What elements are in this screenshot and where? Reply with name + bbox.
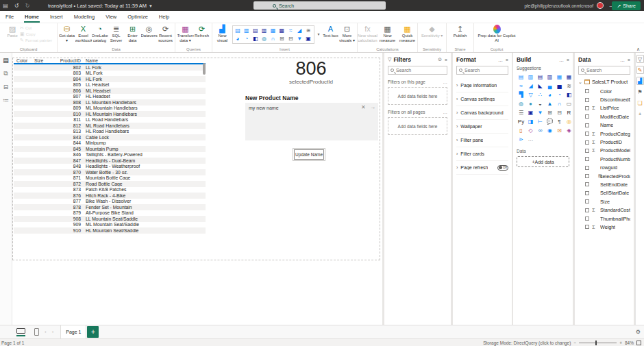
ribbon-button[interactable]: ◎ Dataverse — [141, 25, 158, 42]
report-canvas[interactable]: Color Size ProductID Name 802 LL Fork — [12, 53, 382, 325]
new-product-name-input[interactable]: my new name — [245, 103, 378, 140]
ribbon-button[interactable]: ≣ SQL Server — [108, 25, 125, 42]
visual-type-icon[interactable]: ▜ — [517, 91, 525, 99]
zoom-level[interactable]: 84% — [625, 341, 634, 345]
table-row[interactable]: 873 Patch Kit/8 Patches — [14, 187, 206, 193]
visual-gallery-icon[interactable]: ◧ — [251, 35, 260, 43]
titlebar-search-input[interactable]: Search — [253, 1, 386, 10]
field-checkbox[interactable] — [585, 182, 589, 186]
collapse-pane-icon[interactable]: » — [445, 58, 447, 62]
update-name-button[interactable]: Update Name — [294, 149, 324, 160]
visual-type-icon[interactable]: ⊞ — [545, 109, 554, 117]
table-row[interactable]: 802 LL Fork — [14, 64, 206, 71]
format-section-row[interactable]: › Wallpaper — [456, 120, 508, 134]
visual-type-icon[interactable]: ▄ — [545, 82, 554, 90]
field-checkbox[interactable] — [585, 132, 589, 136]
settings-gear-icon[interactable]: ⚙ — [636, 329, 641, 335]
table-row[interactable]: 843 Cable Lock — [14, 134, 206, 140]
column-header-productid[interactable]: ProductID — [51, 58, 81, 63]
table-row[interactable]: 847 Headlights - Dual-Beam — [14, 158, 206, 164]
collapse-pane-icon[interactable]: » — [628, 58, 630, 62]
account-email[interactable]: ple@philipplenzoutlook.onmicrosof — [524, 3, 593, 8]
zoom-slider[interactable] — [579, 343, 617, 343]
visual-type-icon[interactable]: ◈ — [565, 127, 573, 135]
visual-type-icon[interactable]: ● — [526, 100, 535, 108]
visual-type-icon[interactable]: ⊡ — [555, 127, 564, 135]
visual-type-icon[interactable]: ∴ — [536, 91, 545, 99]
column-header-name[interactable]: Name — [81, 58, 206, 63]
visual-type-icon[interactable]: ∞ — [536, 127, 545, 135]
visual-type-icon[interactable]: ▥ — [545, 73, 554, 82]
visual-type-icon[interactable]: ▣ — [526, 109, 535, 117]
visual-type-icon[interactable]: ◣ — [536, 82, 545, 90]
clipboard-small-button[interactable]: ✎ Format painter — [20, 38, 52, 43]
pane-rail-icon[interactable]: ▽ — [636, 55, 644, 63]
field-checkbox[interactable] — [585, 114, 589, 119]
zoom-out-button[interactable]: − — [573, 341, 576, 345]
field-checkbox[interactable] — [585, 174, 589, 178]
data-search[interactable] — [578, 66, 630, 75]
table-row[interactable]: 879 All-Purpose Bike Stand — [14, 210, 206, 217]
format-section-row[interactable]: › Filter cards — [456, 147, 508, 161]
view-rail-icon[interactable]: ⊟ — [1, 84, 11, 90]
table-row[interactable]: 810 HL Mountain Handlebars — [14, 111, 206, 117]
zoom-in-button[interactable]: + — [619, 341, 622, 345]
field-row[interactable]: Size — [578, 197, 630, 206]
more-options-icon[interactable]: … — [620, 58, 625, 62]
share-button[interactable]: ↗ Share — [612, 1, 641, 10]
visual-type-icon[interactable]: ◔ — [555, 91, 564, 99]
table-scrollbar[interactable] — [203, 63, 206, 75]
table-row[interactable]: 803 ML Fork — [14, 71, 206, 77]
sensitivity-button[interactable]: ◆ Sensitivity ▾ — [421, 25, 444, 42]
field-row[interactable]: Σ ProductModelID — [578, 147, 630, 155]
visual-type-icon[interactable]: ≈ — [517, 82, 525, 90]
field-checkbox[interactable] — [585, 217, 589, 221]
table-row[interactable]: 908 LL Mountain Seat/Saddle — [14, 216, 206, 222]
field-row[interactable]: Name — [578, 121, 630, 129]
visual-type-icon[interactable]: ◒ — [536, 100, 545, 108]
filters-search[interactable] — [388, 66, 447, 75]
field-checkbox[interactable] — [585, 166, 589, 170]
page-tab[interactable]: Page 1 — [60, 325, 86, 339]
table-row[interactable]: 812 ML Road Handlebars — [14, 123, 206, 129]
format-section-row[interactable]: › Page information — [456, 79, 508, 92]
field-row[interactable]: ProductNumber — [578, 155, 630, 163]
table-row[interactable]: 878 Fender Set - Mountain — [14, 204, 206, 210]
menu-item[interactable]: Modeling — [69, 11, 100, 23]
visual-gallery-icon[interactable]: ⊟ — [286, 35, 295, 43]
more-options-icon[interactable]: … — [443, 110, 448, 114]
table-row[interactable]: 871 Mountain Bottle Cage — [14, 175, 206, 182]
visual-type-icon[interactable]: ▤ — [517, 73, 525, 82]
fit-to-page-icon[interactable] — [636, 341, 641, 345]
table-row[interactable]: 877 Bike Wash - Dissolver — [14, 199, 206, 205]
visual-gallery-icon[interactable]: ▤ — [251, 27, 260, 35]
field-checkbox[interactable] — [585, 208, 589, 212]
visual-type-icon[interactable]: ◢ — [526, 82, 535, 90]
visual-gallery-icon[interactable]: ▥ — [242, 27, 251, 35]
visual-type-icon[interactable]: R — [565, 109, 573, 117]
previous-page-icon[interactable]: ‹ — [45, 329, 47, 335]
pane-rail-icon[interactable]: ✎ — [636, 66, 644, 74]
ribbon-button[interactable]: ⊡ More visuals ▾ — [339, 25, 356, 42]
save-icon[interactable]: ▤ — [0, 3, 11, 9]
menu-item[interactable]: Help — [153, 11, 175, 23]
field-checkbox[interactable] — [585, 98, 589, 102]
ribbon-button[interactable]: ⊞ Enter data — [125, 25, 141, 42]
visual-type-icon[interactable]: ▭ — [565, 100, 573, 108]
visual-type-icon[interactable]: ☰ — [517, 109, 525, 117]
eye-icon[interactable]: ⊙ — [438, 57, 442, 62]
format-section-row[interactable]: › Page refresh Off — [456, 161, 508, 175]
canvas-page[interactable]: Color Size ProductID Name 802 LL Fork — [12, 58, 380, 260]
more-options-icon[interactable]: … — [443, 79, 448, 84]
visual-type-icon[interactable]: ◇ — [526, 127, 535, 135]
visual-type-icon[interactable]: ▯ — [517, 127, 525, 135]
field-checkbox[interactable] — [585, 225, 589, 229]
visual-type-icon[interactable]: ◉ — [545, 127, 554, 135]
ribbon-button[interactable]: A Text box — [323, 25, 339, 42]
field-row[interactable]: Σ ProductID — [578, 138, 630, 146]
more-options-icon[interactable]: … — [498, 58, 503, 62]
menu-item[interactable]: Insert — [45, 11, 69, 23]
visual-gallery-icon[interactable]: ▦ — [269, 27, 277, 35]
visual-gallery-icon[interactable]: ∩ — [269, 35, 277, 43]
menu-item[interactable]: File — [0, 11, 19, 23]
